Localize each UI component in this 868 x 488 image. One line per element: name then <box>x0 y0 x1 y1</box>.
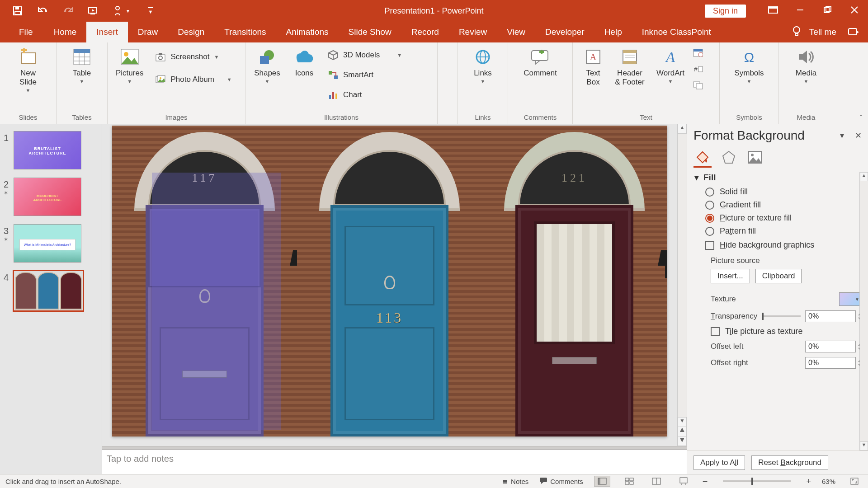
gradient-fill-radio[interactable]: Gradient fill <box>705 200 862 210</box>
pane-close-icon[interactable]: ✕ <box>855 131 862 141</box>
clipboard-button[interactable]: Clipboard <box>755 269 802 283</box>
thumb-4[interactable]: 4 <box>0 269 102 313</box>
fill-tab-icon[interactable] <box>693 148 712 168</box>
tile-picture-checkbox[interactable]: Tile picture as texture <box>711 327 862 336</box>
tab-record[interactable]: Record <box>401 22 449 42</box>
screenshot-button[interactable]: Screenshot ▼ <box>152 50 234 64</box>
text-box-button[interactable]: A Text Box <box>578 45 608 91</box>
touch-mode-icon[interactable]: ▼ <box>113 5 131 17</box>
svg-rect-79 <box>630 478 633 481</box>
insert-picture-button[interactable]: Insert... <box>711 269 750 283</box>
chart-button[interactable]: Chart <box>325 88 405 102</box>
comments-toggle[interactable]: Comments <box>539 477 583 486</box>
ribbon-display-options-icon[interactable] <box>760 6 787 16</box>
thumb-2[interactable]: 2✶ MODERNIST ARCHITECTURE <box>0 176 102 218</box>
media-button[interactable]: Media ▼ <box>790 45 822 85</box>
table-button[interactable]: Table ▼ <box>66 45 98 85</box>
tab-developer[interactable]: Developer <box>535 22 594 42</box>
smartart-button[interactable]: SmartArt <box>325 68 405 82</box>
notes-pane[interactable]: Tap to add notes <box>102 450 687 474</box>
pattern-fill-radio[interactable]: Patttern filltern fill <box>705 226 862 236</box>
tab-transitions[interactable]: Transitions <box>214 22 276 42</box>
minimize-button[interactable] <box>787 6 814 16</box>
links-button[interactable]: Links ▼ <box>467 45 499 85</box>
object-icon[interactable] <box>693 81 703 91</box>
fit-to-window-icon[interactable] <box>846 476 863 487</box>
canvas-area[interactable]: 117 113 <box>102 124 687 446</box>
date-time-icon[interactable] <box>693 48 703 59</box>
shapes-button[interactable]: Shapes ▼ <box>251 45 283 102</box>
normal-view-icon[interactable] <box>594 476 610 487</box>
apply-to-all-button[interactable]: Apply to All <box>693 455 745 470</box>
tab-classpoint[interactable]: Inknoe ClassPoint <box>632 22 721 42</box>
scroll-down-icon[interactable]: ▼ <box>860 441 868 450</box>
transparency-input[interactable]: 0% <box>805 310 856 322</box>
group-label: Comments <box>524 113 557 121</box>
zoom-slider[interactable] <box>723 480 791 482</box>
tab-help[interactable]: Help <box>594 22 632 42</box>
thumb-3[interactable]: 3✶ What is Minimalistic Architecture? <box>0 222 102 264</box>
3d-models-button[interactable]: 3D Models ▼ <box>325 48 405 62</box>
redo-icon[interactable] <box>62 5 74 17</box>
sign-in-button[interactable]: Sign in <box>705 5 746 18</box>
notes-splitter[interactable] <box>102 446 687 450</box>
qat-customize-icon[interactable]: ▼ <box>145 5 156 17</box>
collapse-ribbon-icon[interactable]: ˄ <box>859 114 863 121</box>
symbols-button[interactable]: Ω Symbols ▼ <box>731 45 766 85</box>
tab-animations[interactable]: Animations <box>276 22 339 42</box>
tab-view[interactable]: View <box>497 22 535 42</box>
undo-icon[interactable] <box>37 5 49 17</box>
solid-fill-radio[interactable]: Solid fill <box>705 187 862 197</box>
offset-right-input[interactable]: 0% <box>805 357 856 369</box>
save-icon[interactable] <box>12 5 24 17</box>
picture-tab-icon[interactable] <box>746 148 764 168</box>
zoom-out-button[interactable]: − <box>703 476 708 487</box>
photo-album-button[interactable]: Photo Album ▼ <box>152 72 234 87</box>
reading-view-icon[interactable] <box>648 476 665 487</box>
next-slide-icon[interactable]: ⯆ <box>678 436 687 446</box>
chart-icon <box>328 89 339 100</box>
wordart-button[interactable]: A WordArt ▼ <box>651 45 689 91</box>
header-footer-button[interactable]: Header & Footer <box>612 45 648 91</box>
share-icon[interactable] <box>848 22 859 42</box>
maximize-button[interactable] <box>814 6 841 16</box>
tab-file[interactable]: File <box>8 22 44 42</box>
tab-design[interactable]: Design <box>168 22 214 42</box>
comment-button[interactable]: Comment <box>521 45 560 79</box>
scroll-up-icon[interactable]: ▲ <box>678 124 687 134</box>
hide-bg-graphics-checkbox[interactable]: Hide background graphics <box>705 240 862 250</box>
close-button[interactable] <box>841 6 868 16</box>
pane-options-icon[interactable]: ▾ <box>840 131 844 141</box>
zoom-percent[interactable]: 63% <box>822 478 835 485</box>
notes-toggle[interactable]: ≣ Notes <box>502 477 528 485</box>
texture-picker[interactable] <box>839 292 862 306</box>
tab-home[interactable]: Home <box>44 22 87 42</box>
offset-left-input[interactable]: 0% <box>805 341 856 352</box>
slide-canvas[interactable]: 117 113 <box>112 126 667 436</box>
scroll-up-icon[interactable]: ▲ <box>860 172 868 181</box>
slide-thumbnail-panel[interactable]: 1 BRUTALIST ARCHITECTURE 2✶ MODERNIST AR… <box>0 124 102 474</box>
reset-background-button[interactable]: Reset Background <box>751 455 828 470</box>
editor-vertical-scrollbar[interactable]: ▲ ▼ ⯅ ⯆ <box>677 124 687 446</box>
pictures-button[interactable]: Pictures ▼ <box>113 45 146 87</box>
effects-tab-icon[interactable] <box>720 148 738 168</box>
transparency-slider[interactable] <box>762 315 801 317</box>
slide-sorter-view-icon[interactable] <box>621 476 637 487</box>
picture-fill-radio[interactable]: Picture or texture fill <box>705 213 862 223</box>
new-slide-button[interactable]: New Slide ▼ <box>12 45 44 94</box>
thumb-1[interactable]: 1 BRUTALIST ARCHITECTURE <box>0 129 102 171</box>
slideshow-view-icon[interactable] <box>675 476 692 487</box>
tab-draw[interactable]: Draw <box>128 22 168 42</box>
start-from-beginning-icon[interactable] <box>88 5 99 17</box>
tab-insert[interactable]: Insert <box>86 22 128 42</box>
tab-review[interactable]: Review <box>449 22 497 42</box>
prev-slide-icon[interactable]: ⯅ <box>678 427 687 436</box>
icons-button[interactable]: Icons <box>288 45 321 102</box>
tab-slideshow[interactable]: Slide Show <box>339 22 401 42</box>
slide-number-icon[interactable]: # <box>693 65 703 75</box>
scroll-down-icon[interactable]: ▼ <box>678 417 687 427</box>
tell-me-search[interactable]: Tell me <box>792 22 836 42</box>
zoom-in-button[interactable]: + <box>806 477 811 486</box>
fill-section-toggle[interactable]: ▾ Fill <box>694 172 862 183</box>
pane-scrollbar[interactable]: ▲ ▼ <box>859 172 868 450</box>
